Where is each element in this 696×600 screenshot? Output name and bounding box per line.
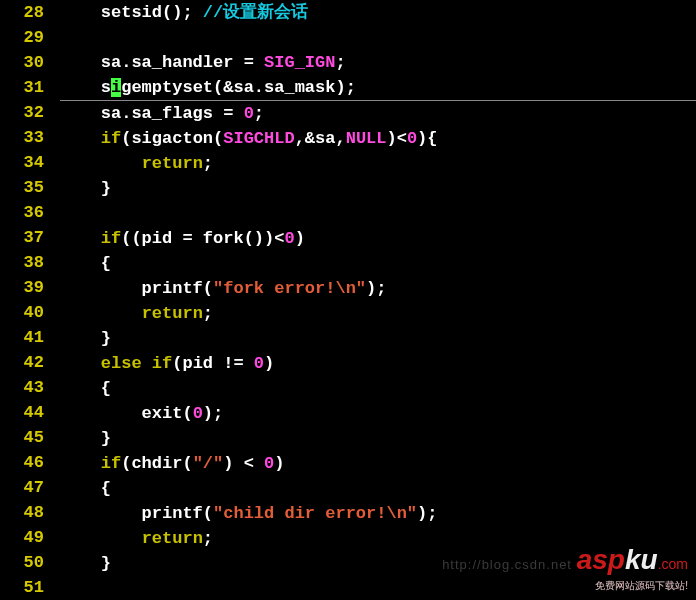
- line-number: 39: [0, 275, 44, 300]
- line-number-gutter: 2829303132333435363738394041424344454647…: [0, 0, 52, 600]
- line-number: 34: [0, 150, 44, 175]
- code-line[interactable]: }: [60, 176, 696, 201]
- watermark-url: http://blog.csdn.net: [442, 557, 572, 572]
- line-number: 42: [0, 350, 44, 375]
- line-number: 41: [0, 325, 44, 350]
- code-line[interactable]: printf("fork error!\n");: [60, 276, 696, 301]
- code-line[interactable]: {: [60, 251, 696, 276]
- code-line[interactable]: if(sigacton(SIGCHLD,&sa,NULL)<0){: [60, 126, 696, 151]
- line-number: 45: [0, 425, 44, 450]
- line-number: 50: [0, 550, 44, 575]
- code-line[interactable]: if((pid = fork())<0): [60, 226, 696, 251]
- line-number: 35: [0, 175, 44, 200]
- code-line[interactable]: }: [60, 326, 696, 351]
- line-number: 44: [0, 400, 44, 425]
- code-line[interactable]: exit(0);: [60, 401, 696, 426]
- line-number: 43: [0, 375, 44, 400]
- line-number: 46: [0, 450, 44, 475]
- code-line[interactable]: return;: [60, 301, 696, 326]
- watermark: http://blog.csdn.net aspku.com 免费网站源码下载站…: [442, 547, 688, 598]
- line-number: 29: [0, 25, 44, 50]
- code-line[interactable]: return;: [60, 151, 696, 176]
- code-line[interactable]: printf("child dir error!\n");: [60, 501, 696, 526]
- line-number: 38: [0, 250, 44, 275]
- watermark-sub: 免费网站源码下载站!: [442, 573, 688, 598]
- line-number: 32: [0, 100, 44, 125]
- code-line[interactable]: [60, 25, 696, 50]
- code-line[interactable]: [60, 201, 696, 226]
- line-number: 30: [0, 50, 44, 75]
- code-line[interactable]: setsid(); //设置新会话: [60, 0, 696, 25]
- line-number: 37: [0, 225, 44, 250]
- code-line[interactable]: {: [60, 376, 696, 401]
- line-number: 51: [0, 575, 44, 600]
- code-line[interactable]: else if(pid != 0): [60, 351, 696, 376]
- line-number: 36: [0, 200, 44, 225]
- code-line[interactable]: {: [60, 476, 696, 501]
- line-number: 49: [0, 525, 44, 550]
- code-line[interactable]: if(chdir("/") < 0): [60, 451, 696, 476]
- cursor: i: [111, 78, 121, 97]
- code-line[interactable]: sigemptyset(&sa.sa_mask);: [60, 75, 696, 101]
- line-number: 40: [0, 300, 44, 325]
- code-line[interactable]: }: [60, 426, 696, 451]
- line-number: 28: [0, 0, 44, 25]
- code-line[interactable]: sa.sa_handler = SIG_IGN;: [60, 50, 696, 75]
- code-line[interactable]: sa.sa_flags = 0;: [60, 101, 696, 126]
- code-editor[interactable]: 2829303132333435363738394041424344454647…: [0, 0, 696, 600]
- code-area[interactable]: setsid(); //设置新会话 sa.sa_handler = SIG_IG…: [60, 0, 696, 600]
- line-number: 47: [0, 475, 44, 500]
- line-number: 48: [0, 500, 44, 525]
- line-number: 31: [0, 75, 44, 100]
- line-number: 33: [0, 125, 44, 150]
